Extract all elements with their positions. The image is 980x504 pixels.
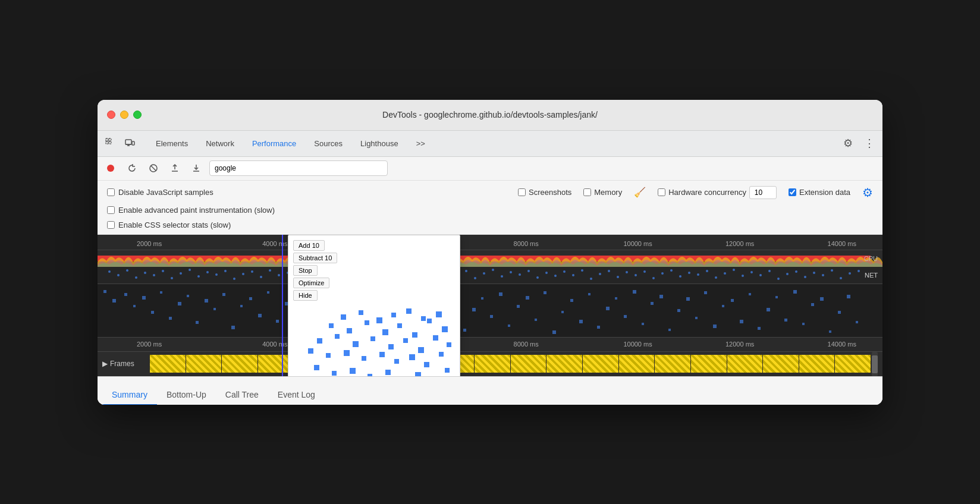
record-button[interactable] [102, 160, 119, 177]
svg-rect-118 [267, 291, 269, 294]
svg-rect-111 [205, 299, 208, 303]
tab-event-log[interactable]: Event Log [268, 385, 325, 405]
download-button[interactable] [188, 160, 205, 177]
settings-gear-icon[interactable]: ⚙ [862, 185, 873, 200]
svg-point-77 [661, 272, 664, 275]
clear-button[interactable] [145, 160, 162, 177]
frame-block [619, 355, 655, 373]
svg-rect-208 [447, 342, 451, 347]
memory-right-checkbox[interactable] [583, 188, 591, 196]
hide-button[interactable]: Hide [293, 290, 318, 301]
broom-right-icon[interactable]: 🧹 [634, 187, 646, 198]
memory-right-label[interactable]: Memory [583, 188, 622, 197]
svg-rect-110 [196, 321, 199, 324]
svg-point-91 [786, 273, 789, 275]
stop-button[interactable]: Stop [293, 265, 318, 276]
svg-rect-101 [112, 299, 116, 303]
disable-js-samples-label[interactable]: Disable JavaScript samples [107, 188, 213, 197]
screenshots-right-checkbox[interactable] [518, 188, 526, 196]
svg-rect-219 [332, 371, 337, 376]
svg-rect-14 [98, 250, 882, 267]
tab-sources[interactable]: Sources [306, 136, 351, 152]
svg-point-61 [519, 273, 521, 276]
subtract-10-button[interactable]: Subtract 10 [293, 253, 337, 263]
flame-chart-main[interactable] [98, 284, 882, 337]
svg-point-23 [180, 272, 182, 275]
timeline-scrollbar[interactable] [872, 352, 878, 376]
svg-rect-202 [353, 341, 359, 347]
hw-concurrency-input[interactable] [749, 186, 777, 199]
svg-rect-226 [445, 368, 450, 373]
screenshots-right-label[interactable]: Screenshots [518, 188, 571, 197]
svg-rect-143 [490, 315, 493, 318]
svg-rect-117 [258, 314, 262, 317]
svg-rect-140 [463, 329, 466, 332]
svg-point-24 [189, 269, 191, 271]
maximize-button[interactable] [133, 111, 142, 119]
svg-point-92 [795, 270, 797, 273]
svg-point-88 [759, 274, 762, 276]
frame-block [186, 355, 222, 373]
svg-rect-205 [403, 338, 408, 343]
svg-point-76 [652, 277, 655, 279]
frame-block [727, 355, 763, 373]
cpu-label: CPU [864, 255, 878, 262]
device-icon[interactable] [121, 135, 138, 152]
hardware-concurrency-label[interactable]: Hardware concurrency [658, 186, 777, 199]
tab-call-tree[interactable]: Call Tree [216, 385, 268, 405]
tab-performance[interactable]: Performance [244, 136, 304, 152]
optimize-button[interactable]: Optimize [293, 278, 329, 288]
more-options-icon[interactable]: ⋮ [861, 135, 878, 152]
svg-rect-176 [784, 319, 787, 322]
tab-elements[interactable]: Elements [147, 136, 196, 152]
svg-rect-158 [624, 315, 627, 318]
frames-arrow[interactable]: ▶ [102, 360, 108, 368]
svg-rect-207 [433, 335, 438, 341]
svg-point-82 [706, 270, 708, 272]
tab-bottom-up[interactable]: Bottom-Up [157, 385, 216, 405]
svg-rect-105 [151, 311, 154, 314]
extension-data-label[interactable]: Extension data [789, 188, 850, 197]
settings-icon[interactable]: ⚙ [840, 135, 856, 152]
svg-point-96 [831, 269, 833, 272]
tab-lighthouse[interactable]: Lighthouse [352, 136, 407, 152]
flame-chart-svg [98, 284, 882, 337]
svg-point-32 [260, 276, 262, 278]
svg-point-80 [688, 272, 690, 274]
svg-rect-185 [341, 314, 346, 320]
tab-summary[interactable]: Summary [102, 385, 157, 405]
svg-rect-198 [427, 319, 432, 323]
svg-rect-211 [344, 350, 350, 356]
frame-block [763, 355, 799, 373]
url-input[interactable] [209, 160, 388, 176]
ruler-tick-2: 4000 ms [262, 240, 287, 247]
reload-record-button[interactable] [124, 160, 140, 177]
svg-rect-167 [704, 291, 707, 294]
hardware-concurrency-check[interactable] [658, 188, 665, 196]
tab-more[interactable]: >> [408, 136, 434, 152]
extension-data-check[interactable] [789, 188, 796, 196]
devtools-window: DevTools - googlechrome.github.io/devtoo… [98, 100, 882, 405]
disable-js-samples-checkbox[interactable] [107, 188, 115, 196]
svg-rect-114 [231, 326, 235, 329]
css-stats-checkbox[interactable] [107, 221, 115, 229]
svg-rect-152 [570, 299, 573, 302]
minimize-button[interactable] [120, 111, 128, 119]
svg-point-20 [153, 274, 155, 276]
scrollbar-thumb[interactable] [872, 355, 878, 373]
upload-button[interactable] [167, 160, 183, 177]
tab-network[interactable]: Network [197, 136, 243, 152]
advanced-paint-checkbox[interactable] [107, 206, 115, 214]
options-row-1: Disable JavaScript samples Screenshots M… [107, 185, 873, 200]
svg-point-9 [107, 165, 114, 172]
svg-rect-150 [552, 330, 556, 334]
svg-point-98 [849, 272, 851, 275]
close-button[interactable] [107, 111, 115, 119]
timeline-area[interactable]: 2000 ms 4000 ms 6000 ms 8000 ms 10000 ms… [98, 235, 882, 376]
svg-point-27 [215, 273, 218, 276]
svg-rect-163 [668, 329, 671, 331]
cursor-line [282, 235, 283, 376]
inspect-icon[interactable] [102, 135, 119, 152]
svg-rect-213 [379, 352, 385, 357]
add-10-button[interactable]: Add 10 [293, 240, 325, 251]
